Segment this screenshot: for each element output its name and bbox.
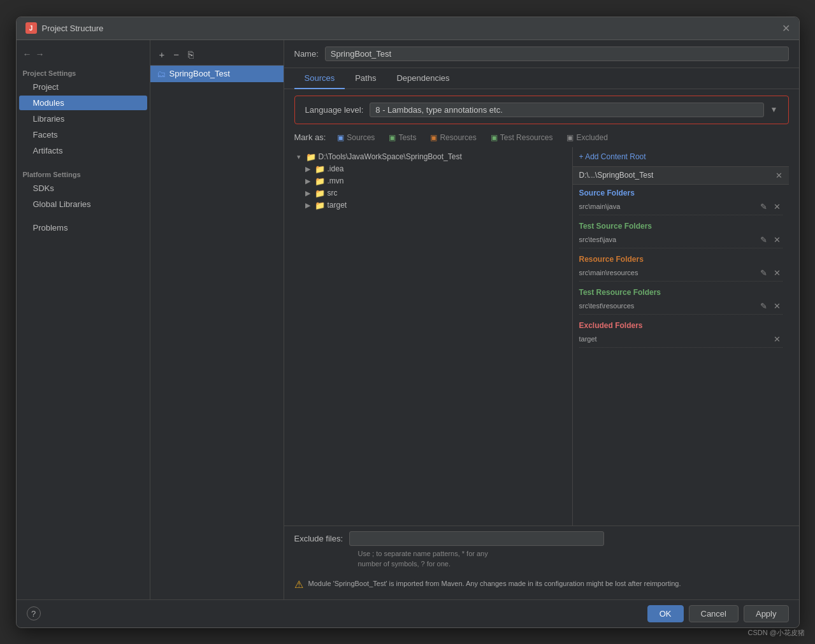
sidebar-item-problems[interactable]: Problems [19,220,147,235]
tree-src-label: src [328,189,338,197]
tree-mvn-chevron: ▶ [303,177,312,185]
exclude-files-row: Exclude files: [294,531,789,546]
sidebar-item-project[interactable]: Project [19,80,147,94]
right-panel-header: + Add Content Root [573,147,789,167]
test-resource-folder-path-0: src\test\resources [579,302,635,310]
mark-as-label: Mark as: [294,132,326,142]
language-level-label: Language level: [305,105,364,115]
exclude-files-input[interactable] [349,531,604,546]
tree-idea-label: .idea [328,164,344,173]
title-bar: J Project Structure ✕ [17,17,799,40]
add-module-button[interactable]: + [157,48,168,61]
mark-as-tests-button[interactable]: ▣ Tests [384,132,421,143]
tree-panel-area: ▾ 📁 D:\Tools\JavaWorkSpace\SpringBoot_Te… [294,147,789,526]
sidebar-item-artifacts[interactable]: Artifacts [19,143,147,158]
source-folder-entry-0: src\main\java ✎ ✕ [579,200,783,215]
sources-mark-label: Sources [347,133,375,142]
sidebar-item-modules[interactable]: Modules [19,96,147,110]
tree-src-folder-icon: 📁 [315,189,325,198]
sidebar-item-facets[interactable]: Facets [19,127,147,142]
nav-back[interactable]: ← [23,49,32,59]
tab-sources[interactable]: Sources [294,68,345,89]
path-header-text: D:\...\SpringBoot_Test [579,171,654,180]
title-bar-left: J Project Structure [25,22,104,34]
sidebar-item-libraries[interactable]: Libraries [19,111,147,126]
tree-root-chevron: ▾ [294,153,303,161]
module-item-springboot[interactable]: 🗂 SpringBoot_Test [150,66,284,82]
source-folder-path-0: src\main\java [579,203,621,210]
tree-target[interactable]: ▶ 📁 target [294,199,572,211]
language-level-select[interactable]: 8 - Lambdas, type annotations etc. [370,103,763,117]
dialog-title: Project Structure [42,24,104,33]
mark-as-sources-button[interactable]: ▣ Sources [332,132,380,143]
name-row: Name: [284,40,799,68]
add-content-root-button[interactable]: + Add Content Root [579,152,646,161]
test-resource-folder-edit-0[interactable]: ✎ [758,301,769,311]
sources-mark-icon: ▣ [337,133,344,142]
test-resources-mark-label: Test Resources [500,133,553,142]
excluded-folder-remove-0[interactable]: ✕ [772,334,783,345]
close-button[interactable]: ✕ [782,22,790,34]
resource-folder-remove-0[interactable]: ✕ [772,268,783,278]
apply-button[interactable]: Apply [744,605,789,622]
name-input[interactable] [325,47,789,61]
tree-src[interactable]: ▶ 📁 src [294,187,572,199]
excluded-mark-label: Excluded [576,133,607,142]
test-source-folders-title: Test Source Folders [579,222,783,231]
language-level-row: Language level: 8 - Lambdas, type annota… [294,96,789,124]
tab-paths[interactable]: Paths [345,68,386,89]
mark-as-test-resources-button[interactable]: ▣ Test Resources [486,132,558,143]
platform-settings-label: Platform Settings [17,167,150,180]
project-structure-dialog: J Project Structure ✕ ← → Project Settin… [16,17,800,628]
ok-button[interactable]: OK [647,605,684,622]
tree-src-chevron: ▶ [303,189,312,197]
test-resources-mark-icon: ▣ [491,133,498,142]
source-folder-remove-0[interactable]: ✕ [772,201,783,212]
excluded-folder-entry-0: target ✕ [579,333,783,348]
test-source-folder-remove-0[interactable]: ✕ [772,234,783,245]
module-toolbar: + − ⎘ [150,44,284,66]
tree-idea-folder-icon: 📁 [315,164,325,174]
test-source-folder-edit-0[interactable]: ✎ [758,234,769,245]
nav-top: ← → [17,47,150,64]
test-resource-folder-actions-0: ✎ ✕ [758,301,783,311]
warning-text: Module 'SpringBoot_Test' is imported fro… [308,578,681,589]
copy-module-button[interactable]: ⎘ [185,48,196,61]
resource-folder-entry-0: src\main\resources ✎ ✕ [579,266,783,282]
resource-folders-title: Resource Folders [579,255,783,264]
remove-module-button[interactable]: − [171,48,182,61]
mark-as-excluded-button[interactable]: ▣ Excluded [561,132,612,143]
tree-idea[interactable]: ▶ 📁 .idea [294,163,572,175]
footer-left: ? [27,606,41,620]
path-close-button[interactable]: ✕ [775,171,783,180]
mark-as-resources-button[interactable]: ▣ Resources [425,132,481,143]
tab-dependencies[interactable]: Dependencies [386,68,459,89]
sidebar-item-global-libraries[interactable]: Global Libraries [19,197,147,211]
test-source-folder-entry-0: src\test\java ✎ ✕ [579,233,783,248]
name-label: Name: [294,49,319,59]
sidebar-item-sdks[interactable]: SDKs [19,181,147,196]
module-folder-icon: 🗂 [157,69,166,79]
excluded-folder-actions-0: ✕ [772,334,783,345]
exclude-files-label: Exclude files: [294,534,343,543]
warning-icon: ⚠ [294,578,303,590]
module-name-label: SpringBoot_Test [169,69,230,78]
exclude-hint: Use ; to separate name patterns, * for a… [294,548,789,569]
tree-mvn-folder-icon: 📁 [315,176,325,186]
resources-mark-icon: ▣ [430,133,437,142]
help-button[interactable]: ? [27,606,41,620]
resource-folder-edit-0[interactable]: ✎ [758,268,769,278]
test-resource-folder-entry-0: src\test\resources ✎ ✕ [579,299,783,315]
source-folder-edit-0[interactable]: ✎ [758,201,769,212]
test-resource-folder-remove-0[interactable]: ✕ [772,301,783,311]
source-folders-title: Source Folders [579,189,783,197]
tree-root-path: D:\Tools\JavaWorkSpace\SpringBoot_Test [319,152,462,161]
dialog-body: ← → Project Settings Project Modules Lib… [17,40,799,599]
excluded-folders-section: Excluded Folders target ✕ [573,317,789,348]
tree-mvn[interactable]: ▶ 📁 .mvn [294,175,572,187]
cancel-button[interactable]: Cancel [689,605,739,622]
tree-root[interactable]: ▾ 📁 D:\Tools\JavaWorkSpace\SpringBoot_Te… [294,151,572,163]
nav-forward[interactable]: → [36,49,45,59]
test-source-folders-section: Test Source Folders src\test\java ✎ ✕ [573,218,789,248]
excluded-folders-title: Excluded Folders [579,321,783,330]
